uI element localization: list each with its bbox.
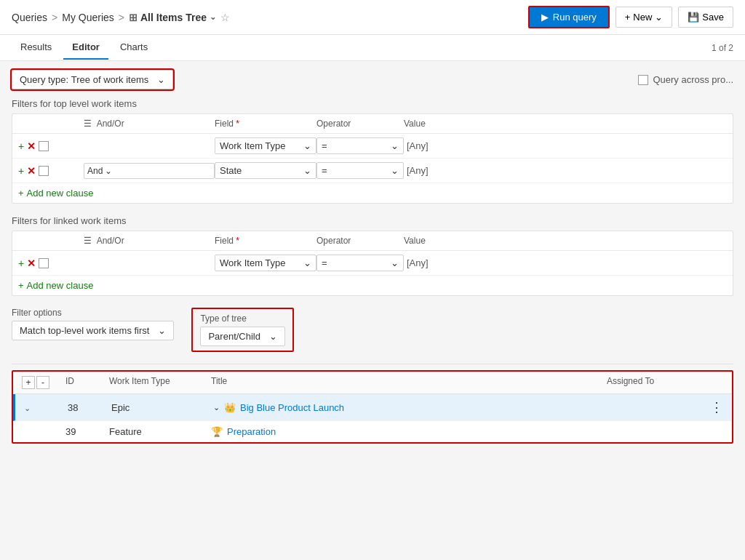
linked-filter-row-1: + ✕ Work Item Type ⌄ = ⌄ [Any] [12, 251, 733, 276]
breadcrumb-my-queries[interactable]: My Queries [62, 12, 114, 23]
query-across-checkbox[interactable] [638, 75, 648, 85]
results-col-id: ID [65, 376, 109, 389]
filter-options-label: Filter options [12, 308, 174, 318]
col-and-or: ☰ And/Or [84, 119, 215, 129]
row-1-title-link[interactable]: Preparation [227, 426, 276, 437]
field-select-2[interactable]: State ⌄ [215, 162, 316, 179]
results-col-assigned: Assigned To [607, 376, 723, 389]
tab-editor[interactable]: Editor [63, 36, 108, 60]
and-or-chevron-icon: ⌄ [105, 166, 112, 176]
new-button[interactable]: + New ⌄ [615, 7, 673, 28]
row-0-expand-icon[interactable]: ⌄ [24, 404, 31, 412]
linked-filter-actions-1: + ✕ [18, 257, 84, 269]
col-operator: Operator [316, 119, 404, 129]
add-clause-label: Add new clause [27, 188, 94, 199]
add-clause-icon-1[interactable]: + [18, 140, 24, 152]
query-type-chevron-icon: ⌄ [157, 74, 165, 85]
run-query-button[interactable]: ▶ Run query [528, 6, 610, 28]
operator-select-2[interactable]: = ⌄ [316, 162, 404, 179]
save-label: Save [702, 12, 724, 23]
favorite-star-icon[interactable]: ☆ [220, 12, 230, 23]
linked-operator-select-1[interactable]: = ⌄ [316, 255, 404, 271]
row-0-type: Epic [111, 402, 213, 413]
remove-clause-icon-2[interactable]: ✕ [27, 165, 36, 177]
row-0-title-link[interactable]: Big Blue Product Launch [240, 402, 344, 413]
linked-checkbox-1[interactable] [39, 258, 49, 268]
value-cell-2: [Any] [404, 165, 727, 176]
save-button[interactable]: 💾 Save [678, 7, 733, 28]
tab-charts[interactable]: Charts [111, 36, 156, 60]
linked-add-clause-label: Add new clause [27, 280, 94, 291]
linked-field-chevron-icon: ⌄ [303, 257, 311, 268]
linked-filters-header: ☰ And/Or Field * Operator Value [12, 231, 733, 251]
query-type-label: Query type: Tree of work items [20, 74, 148, 85]
query-type-select[interactable]: Query type: Tree of work items ⌄ [12, 70, 173, 89]
add-clause-icon-2[interactable]: + [18, 165, 24, 177]
results-col-type: Work Item Type [109, 376, 211, 389]
run-query-label: Run query [553, 12, 597, 23]
results-header: + - ID Work Item Type Title Assigned To [13, 372, 732, 394]
save-icon: 💾 [688, 12, 699, 23]
breadcrumb-icon: ⊞ [129, 12, 138, 23]
row-0-title-cell: ⌄ 👑 Big Blue Product Launch [213, 402, 607, 413]
tab-results[interactable]: Results [12, 36, 60, 60]
linked-col-operator: Operator [316, 236, 404, 246]
linked-field-select-1[interactable]: Work Item Type ⌄ [215, 255, 316, 271]
filter-checkbox-1[interactable] [39, 141, 49, 151]
collapse-all-button[interactable]: - [36, 376, 49, 389]
query-across: Query across pro... [638, 74, 733, 85]
filter-options-row: Filter options Match top-level work item… [12, 308, 733, 352]
op-chevron-icon-1: ⌄ [391, 140, 399, 151]
field-select-1[interactable]: Work Item Type ⌄ [215, 137, 316, 154]
tabs-bar: Results Editor Charts 1 of 2 [0, 35, 745, 61]
breadcrumb-chevron-icon[interactable]: ⌄ [210, 12, 216, 22]
new-chevron-icon: ⌄ [655, 12, 663, 23]
filter-option-match-group: Filter options Match top-level work item… [12, 308, 174, 340]
results-col-title: Title [211, 376, 607, 389]
add-clause-linked[interactable]: + Add new clause [12, 276, 733, 295]
expand-all-button[interactable]: + [22, 376, 35, 389]
linked-col-and-or: ☰ And/Or [84, 236, 215, 246]
plus-icon: + [625, 12, 631, 23]
row-1-item-icon: 🏆 [211, 426, 223, 437]
expand-collapse-group: + - [22, 376, 65, 389]
remove-clause-icon-1[interactable]: ✕ [27, 140, 36, 152]
linked-remove-icon-1[interactable]: ✕ [27, 257, 36, 269]
top-filters-header: ☰ And/Or Field * Operator Value [12, 114, 733, 134]
results-section: + - ID Work Item Type Title Assigned To … [12, 370, 733, 444]
add-clause-top[interactable]: + Add new clause [12, 183, 733, 203]
filter-actions-1: + ✕ [18, 140, 84, 152]
header-actions: ▶ Run query + New ⌄ 💾 Save [528, 6, 733, 28]
row-1-type: Feature [109, 426, 211, 437]
linked-filters-table: ☰ And/Or Field * Operator Value + ✕ Work… [12, 231, 733, 296]
col-actions [18, 119, 84, 129]
operator-select-1[interactable]: = ⌄ [316, 137, 404, 154]
linked-op-chevron-icon: ⌄ [391, 257, 399, 268]
linked-filters-label: Filters for linked work items [12, 215, 733, 226]
and-or-select-2[interactable]: And ⌄ [84, 163, 215, 179]
filter-checkbox-2[interactable] [39, 166, 49, 176]
type-of-tree-select[interactable]: Parent/Child ⌄ [200, 327, 285, 346]
row-0-item-icon: 👑 [224, 402, 236, 413]
breadcrumb-queries[interactable]: Queries [12, 12, 47, 23]
col-value: Value [404, 119, 727, 129]
app-header: Queries > My Queries > ⊞ All Items Tree … [0, 0, 745, 35]
results-row-0[interactable]: ⌄ 38 Epic ⌄ 👑 Big Blue Product Launch ⋮ [13, 394, 732, 421]
results-row-1[interactable]: 39 Feature 🏆 Preparation [13, 421, 732, 442]
col-field: Field * [215, 119, 316, 129]
filter-actions-2: + ✕ [18, 165, 84, 177]
row-1-id: 39 [65, 426, 109, 437]
field-required-star: * [236, 119, 239, 129]
row-0-expand-chevron-icon[interactable]: ⌄ [213, 403, 220, 412]
row-0-ellipsis-icon[interactable]: ⋮ [710, 399, 723, 415]
row-1-title-cell: 🏆 Preparation [211, 426, 607, 437]
linked-add-icon-1[interactable]: + [18, 257, 24, 269]
breadcrumb-current: ⊞ All Items Tree ⌄ [129, 12, 216, 23]
breadcrumb: Queries > My Queries > ⊞ All Items Tree … [12, 12, 230, 23]
match-top-select[interactable]: Match top-level work items first ⌄ [12, 321, 174, 340]
field-chevron-icon-1: ⌄ [303, 140, 311, 151]
linked-grid-icon: ☰ [84, 236, 92, 246]
row-0-more-icon[interactable]: ⋮ [607, 399, 723, 415]
type-of-tree-label: Type of tree [200, 313, 285, 324]
add-clause-plus-icon: + [18, 188, 24, 199]
